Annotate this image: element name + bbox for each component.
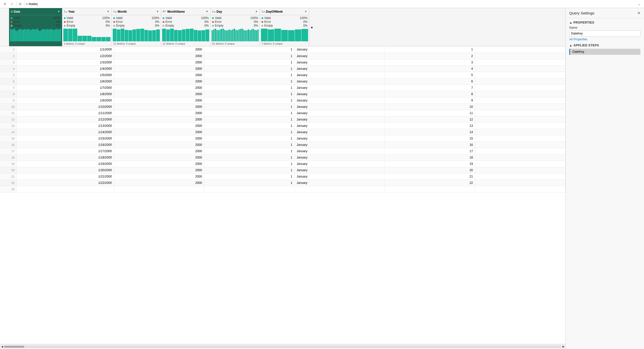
chart-bar (47, 29, 48, 41)
column-header-date[interactable]: ⊞Date▼Valid100%Error0%Empty0%1000 distin… (9, 8, 62, 46)
chart-bar (256, 30, 257, 41)
cell-date: 1/7/2000 (17, 84, 114, 91)
col-stats-year: Valid100%Error0%Empty0% (62, 15, 111, 29)
chart-bar (213, 29, 214, 41)
table-row: 181/18/200020001January18 (0, 154, 565, 161)
cell-month: 1 (204, 84, 294, 91)
empty-label: Empty (116, 24, 126, 27)
cell-dayofweek (475, 186, 565, 192)
all-properties-link[interactable]: All Properties (569, 38, 587, 41)
cell-day: 7 (385, 84, 475, 91)
chart-bar (40, 31, 41, 41)
cell-year: 2000 (114, 180, 204, 186)
valid-label: Valid (165, 16, 175, 20)
cell-date: 1/22/2000 (17, 180, 114, 186)
cell-monthname (294, 186, 385, 192)
table-row: 23 (0, 186, 565, 192)
chart-bar (205, 29, 209, 41)
horizontal-scrollbar[interactable]: ◀ ▶ (0, 344, 565, 349)
name-input[interactable] (569, 30, 640, 37)
chart-bar (32, 29, 33, 41)
error-value: 0% (155, 20, 159, 24)
data-rows-container[interactable]: 11/1/200020001January121/2/200020001Janu… (0, 46, 565, 344)
col-dropdown-month[interactable]: ▼ (156, 10, 159, 13)
col-dropdown-monthname[interactable]: ▼ (205, 10, 209, 13)
table-row: 191/19/200020001January19 (0, 161, 565, 167)
row-number: 4 (0, 65, 17, 72)
chart-bar (29, 30, 30, 41)
expand-formula-btn[interactable]: ⌄ (636, 1, 642, 7)
cell-month: 1 (204, 180, 294, 186)
cell-date: 1/11/2000 (17, 110, 114, 116)
chart-bar (41, 30, 42, 41)
chart-bar (92, 37, 96, 41)
valid-value: 100% (201, 16, 209, 20)
cell-dayofweek (475, 110, 565, 116)
cell-monthname: January (294, 161, 385, 167)
row-number: 9 (0, 97, 17, 103)
chart-bar (82, 36, 87, 41)
applied-steps-section: ▲ APPLIED STEPS DateKey (566, 44, 644, 58)
cell-day: 20 (385, 167, 475, 173)
fx-label: fx (18, 2, 23, 6)
chart-bar (295, 29, 301, 41)
empty-dot (11, 25, 12, 27)
cell-dayofweek (475, 154, 565, 161)
table-row: 101/10/200020001January10 (0, 103, 565, 110)
error-label: Error (67, 20, 76, 24)
cell-dayofweek (475, 148, 565, 154)
cell-dayofweek (475, 161, 565, 167)
formula-input[interactable] (26, 2, 635, 6)
cell-day: 19 (385, 161, 475, 167)
col-name-year: Year (68, 10, 106, 13)
chart-bar (58, 30, 59, 41)
valid-dot (212, 17, 214, 19)
column-header-year[interactable]: 1₂₃Year▼Valid100%Error0%Empty0%3 distinc… (62, 8, 112, 46)
chart-bar (20, 29, 21, 41)
empty-dot (261, 25, 263, 27)
cell-date: 1/2/2000 (17, 53, 114, 59)
chart-bar (24, 29, 25, 41)
applied-step-datekey[interactable]: DateKey (569, 49, 640, 55)
column-header-dayofweek[interactable]: 1₂₃DayOfWeek▼Valid100%Error0%Empty0%7 di… (260, 8, 309, 46)
cell-day: 18 (385, 154, 475, 161)
col-name-day: Day (217, 10, 254, 13)
query-settings-close-btn[interactable]: ✕ (637, 11, 640, 15)
chart-bar (182, 29, 186, 41)
col-dropdown-year[interactable]: ▼ (106, 10, 110, 13)
col-distinct-monthname: 12 distinct, 0 unique (161, 42, 210, 46)
chart-bar (136, 29, 140, 41)
close-formula-btn[interactable]: ✕ (2, 1, 8, 7)
cell-date: 1/16/2000 (17, 142, 114, 148)
column-header-monthname[interactable]: AᴮᶜMonthName▼Valid100%Error0%Empty0%12 d… (161, 8, 211, 46)
name-label: Name (569, 26, 640, 29)
column-header-day[interactable]: 1₂₃Day▼Valid100%Error0%Empty0%31 distinc… (211, 8, 260, 46)
row-number: 15 (0, 135, 17, 142)
stat-row-empty: Empty0% (261, 24, 308, 27)
scroll-left-arrow[interactable]: ◀ (1, 345, 3, 348)
empty-label: Empty (13, 24, 23, 27)
col-dropdown-dayofweek[interactable]: ▼ (304, 10, 308, 13)
cell-dayofweek (475, 180, 565, 186)
chart-bar (144, 30, 148, 41)
chart-bar (87, 36, 92, 41)
stat-row-valid: Valid100% (261, 16, 308, 20)
confirm-formula-btn[interactable]: ✓ (9, 1, 15, 7)
cell-dayofweek (475, 65, 565, 72)
row-number: 21 (0, 173, 17, 180)
scroll-track[interactable] (4, 346, 561, 348)
stat-row-empty: Empty0% (163, 24, 209, 27)
cell-monthname: January (294, 110, 385, 116)
col-name-month: Month (118, 10, 155, 13)
scroll-right-arrow[interactable]: ▶ (562, 345, 564, 348)
scroll-thumb[interactable] (4, 346, 24, 348)
column-header-month[interactable]: 1₂₃Month▼Valid100%Error0%Empty0%12 disti… (112, 8, 161, 46)
col-scroll-up-btn[interactable]: ▲ (309, 8, 314, 46)
row-number: 20 (0, 167, 17, 173)
cell-date: 1/14/2000 (17, 129, 114, 135)
valid-dot (113, 17, 115, 19)
cell-day: 1 (385, 46, 475, 53)
col-dropdown-day[interactable]: ▼ (255, 10, 258, 13)
cell-month: 1 (204, 65, 294, 72)
col-dropdown-date[interactable]: ▼ (57, 10, 61, 13)
